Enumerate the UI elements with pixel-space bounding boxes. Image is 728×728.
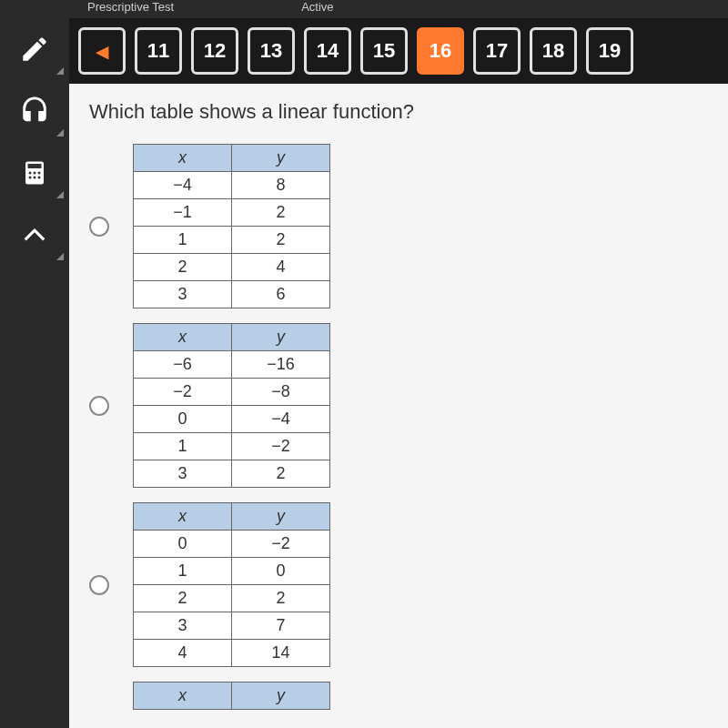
- svg-point-4: [38, 172, 41, 175]
- nav-item-18[interactable]: 18: [530, 27, 577, 75]
- cell: 3: [134, 612, 232, 640]
- cell: 2: [134, 254, 232, 281]
- toolbar-sidebar: [0, 0, 69, 728]
- cell: 2: [232, 227, 330, 254]
- table-d: xy: [133, 682, 330, 710]
- cell: 4: [134, 640, 232, 667]
- cell: 7: [232, 612, 330, 640]
- question-text: Which table shows a linear function?: [89, 100, 708, 124]
- table-header-x: x: [134, 503, 232, 531]
- cell: −16: [232, 351, 330, 379]
- nav-item-14[interactable]: 14: [304, 27, 351, 75]
- nav-prev-button[interactable]: ◂: [78, 27, 126, 75]
- headphones-tool[interactable]: [0, 80, 69, 142]
- nav-item-11[interactable]: 11: [135, 27, 182, 75]
- option-b: xy −6−16 −2−8 0−4 1−2 32: [89, 323, 708, 488]
- cell: −2: [134, 379, 232, 406]
- calculator-tool[interactable]: [0, 142, 69, 204]
- calculator-icon: [21, 159, 48, 187]
- main-area: Prescriptive Test Active ◂ 11 12 13 14 1…: [69, 0, 728, 728]
- svg-point-5: [29, 177, 32, 179]
- question-content: Which table shows a linear function? xy …: [69, 84, 728, 728]
- svg-point-6: [34, 177, 36, 179]
- table-header-x: x: [134, 682, 232, 710]
- option-a: xy −48 −12 12 24 36: [89, 144, 708, 308]
- nav-item-17[interactable]: 17: [473, 27, 521, 75]
- cell: 6: [232, 281, 330, 308]
- nav-item-15[interactable]: 15: [360, 27, 408, 75]
- radio-b[interactable]: [89, 396, 109, 416]
- table-header-x: x: [134, 145, 232, 172]
- cell: −4: [134, 172, 232, 199]
- cell: −6: [134, 351, 232, 379]
- header-right: Active: [301, 0, 333, 14]
- table-header-x: x: [134, 324, 232, 351]
- cell: −2: [232, 531, 330, 558]
- question-nav: ◂ 11 12 13 14 15 16 17 18 19: [69, 18, 728, 84]
- caret-up-icon: [19, 219, 50, 250]
- table-c: xy 0−2 10 22 37 414: [133, 502, 330, 667]
- nav-item-13[interactable]: 13: [248, 27, 295, 75]
- nav-item-16[interactable]: 16: [417, 27, 464, 75]
- nav-item-12[interactable]: 12: [191, 27, 238, 75]
- svg-point-7: [38, 177, 41, 179]
- cell: 1: [134, 558, 232, 585]
- option-d: xy: [133, 682, 708, 710]
- cell: 14: [232, 640, 330, 667]
- caret-tool[interactable]: [0, 204, 69, 266]
- table-header-y: y: [232, 145, 330, 172]
- pencil-tool[interactable]: [0, 18, 69, 80]
- pencil-icon: [19, 34, 50, 65]
- radio-a[interactable]: [89, 217, 109, 237]
- svg-point-3: [34, 172, 36, 175]
- cell: −2: [232, 433, 330, 460]
- svg-rect-1: [28, 164, 42, 168]
- table-header-y: y: [232, 324, 330, 351]
- table-header-y: y: [232, 503, 330, 531]
- cell: −1: [134, 199, 232, 227]
- cell: 2: [232, 199, 330, 227]
- cell: 0: [134, 531, 232, 558]
- cell: 3: [134, 281, 232, 308]
- cell: 2: [134, 585, 232, 612]
- header-left: Prescriptive Test: [87, 0, 174, 14]
- cell: 4: [232, 254, 330, 281]
- headphones-icon: [19, 96, 50, 126]
- table-header-y: y: [232, 682, 330, 710]
- svg-point-2: [29, 172, 32, 175]
- cell: 3: [134, 460, 232, 488]
- cell: 0: [134, 406, 232, 433]
- table-a: xy −48 −12 12 24 36: [133, 144, 330, 308]
- cell: 1: [134, 227, 232, 254]
- cell: 8: [232, 172, 330, 199]
- cell: 1: [134, 433, 232, 460]
- cell: −8: [232, 379, 330, 406]
- cell: 0: [232, 558, 330, 585]
- cell: −4: [232, 406, 330, 433]
- option-c: xy 0−2 10 22 37 414: [89, 502, 708, 667]
- table-b: xy −6−16 −2−8 0−4 1−2 32: [133, 323, 330, 488]
- cell: 2: [232, 460, 330, 488]
- nav-item-19[interactable]: 19: [586, 27, 633, 75]
- header-row: Prescriptive Test Active: [69, 0, 728, 18]
- radio-c[interactable]: [89, 575, 109, 595]
- cell: 2: [232, 585, 330, 612]
